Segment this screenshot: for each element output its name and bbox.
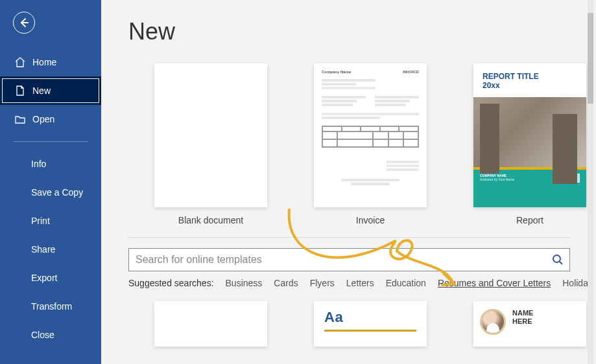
search-button[interactable] (546, 249, 569, 271)
template-item[interactable]: Aa (314, 301, 427, 347)
nav-save-a-copy[interactable]: Save a Copy (0, 178, 101, 207)
template-invoice[interactable]: Company NameINVOICE (314, 63, 427, 225)
nav-label: Home (32, 57, 56, 67)
template-thumbnail: REPORT TITLE20xx COMPANY NAME Authored b… (473, 63, 586, 207)
page-title: New (128, 18, 596, 45)
backstage-sidebar: Home New Open Info Save a Copy Print Sha… (0, 0, 101, 364)
template-label: Blank document (178, 215, 243, 225)
svg-point-0 (553, 255, 560, 262)
template-label: Report (516, 215, 543, 225)
folder-icon (14, 113, 26, 125)
template-thumbnail: NAMEHERE (473, 301, 586, 347)
nav-open[interactable]: Open (0, 105, 101, 133)
nav-print[interactable]: Print (0, 207, 101, 235)
back-button[interactable] (13, 12, 35, 34)
suggested-link-cards[interactable]: Cards (274, 278, 298, 288)
back-arrow-icon (19, 17, 29, 28)
suggested-searches: Suggested searches: Business Cards Flyer… (128, 278, 596, 288)
suggested-link-flyers[interactable]: Flyers (310, 278, 335, 288)
suggested-link-resumes[interactable]: Resumes and Cover Letters (438, 278, 551, 288)
nav-label: Open (32, 114, 54, 124)
nav-export[interactable]: Export (0, 264, 101, 292)
suggested-link-education[interactable]: Education (386, 278, 426, 288)
sidebar-divider (13, 141, 88, 142)
home-icon (14, 56, 26, 68)
search-icon (552, 254, 564, 266)
template-thumbnail: Company NameINVOICE (314, 63, 427, 207)
template-item[interactable]: NAMEHERE (473, 301, 586, 347)
search-input[interactable] (129, 249, 546, 271)
suggested-link-letters[interactable]: Letters (346, 278, 374, 288)
search-container (128, 248, 570, 271)
template-blank-document[interactable]: Blank document (154, 63, 267, 225)
nav-info[interactable]: Info (0, 150, 101, 178)
scrollbar[interactable] (588, 0, 593, 364)
document-icon (14, 85, 26, 97)
section-divider (128, 237, 570, 238)
nav-share[interactable]: Share (0, 235, 101, 264)
nav-home[interactable]: Home (0, 48, 101, 76)
template-report[interactable]: REPORT TITLE20xx COMPANY NAME Authored b… (473, 63, 586, 225)
template-item[interactable] (154, 301, 267, 347)
main-content: New Blank document Company NameINVOICE (101, 0, 596, 364)
template-thumbnail: Aa (314, 301, 427, 347)
scrollbar-thumb[interactable] (588, 13, 593, 104)
suggested-label: Suggested searches: (128, 278, 214, 288)
template-label: Invoice (356, 215, 385, 225)
suggested-link-business[interactable]: Business (226, 278, 263, 288)
nav-new[interactable]: New (0, 76, 101, 105)
nav-label: New (32, 85, 51, 96)
template-thumbnail (154, 301, 267, 347)
avatar-icon (480, 309, 506, 335)
template-thumbnail (154, 63, 267, 207)
template-row: Aa NAMEHERE (128, 301, 596, 347)
template-row: Blank document Company NameINVOICE (128, 63, 596, 225)
nav-transform[interactable]: Transform (0, 292, 101, 321)
nav-close[interactable]: Close (0, 321, 101, 349)
